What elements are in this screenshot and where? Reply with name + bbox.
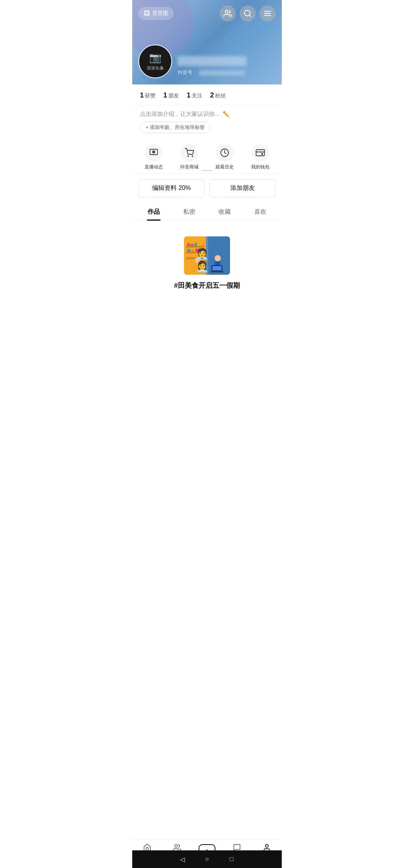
svg-rect-28: [195, 263, 200, 271]
content-area: #田美食开启五一假期: [132, 221, 282, 336]
edit-icon[interactable]: ✏️: [223, 111, 230, 118]
stat-likes-label: 获赞: [145, 92, 156, 99]
camera-icon: 📷: [149, 52, 161, 64]
stat-following-label: 关注: [192, 92, 202, 99]
svg-rect-26: [196, 249, 199, 252]
tab-works[interactable]: 作品: [136, 203, 172, 221]
top-right-icons: [220, 5, 276, 21]
stat-following-num: 1: [187, 91, 191, 99]
stat-followers-num: 2: [210, 91, 214, 99]
svg-rect-12: [256, 150, 264, 156]
svg-rect-18: [186, 246, 204, 248]
action-live[interactable]: 直播动态: [136, 144, 172, 170]
tab-private[interactable]: 私密: [172, 203, 207, 221]
action-shop[interactable]: 抖音商城: [172, 144, 207, 170]
background-btn[interactable]: 🖼 背景图: [138, 7, 174, 20]
bg-label: 背景图: [152, 10, 168, 17]
stat-friends-label: 朋友: [168, 92, 179, 99]
svg-point-31: [215, 255, 221, 261]
svg-point-10: [192, 156, 193, 157]
svg-rect-24: [187, 249, 191, 252]
svg-point-9: [188, 156, 189, 157]
live-label: 直播动态: [145, 164, 163, 170]
svg-rect-29: [194, 264, 196, 269]
stat-likes-num: 1: [140, 91, 144, 99]
live-icon-wrap: [145, 144, 163, 162]
scroll-indicator: [202, 170, 212, 171]
svg-rect-33: [215, 262, 217, 267]
bio-section: 点击添加介绍，让大家认识你... ✏️ + 添加年龄、所在地等标签: [132, 105, 282, 137]
content-tabs: 作品 私密 收藏 喜欢: [132, 203, 282, 221]
svg-point-14: [261, 153, 263, 155]
history-label: 观看历史: [215, 164, 234, 170]
svg-rect-36: [212, 266, 222, 271]
history-icon-wrap: [216, 144, 233, 162]
add-friend-button[interactable]: 添加朋友: [209, 179, 276, 197]
wallet-label: 我的钱包: [251, 164, 269, 170]
svg-rect-19: [186, 252, 204, 253]
douyin-id-blurred: [199, 70, 245, 76]
svg-line-2: [249, 15, 251, 17]
svg-rect-25: [192, 250, 194, 252]
svg-rect-23: [194, 243, 197, 246]
shop-label: 抖音商城: [180, 164, 199, 170]
quick-actions: 直播动态 抖音商城 观看历史 我的钱包: [132, 137, 282, 174]
action-history[interactable]: 观看历史: [207, 144, 243, 170]
bio-placeholder: 点击添加介绍，让大家认识你...: [140, 111, 220, 118]
user-info: 抖音号：: [177, 56, 276, 78]
stat-following[interactable]: 1 关注: [187, 91, 202, 99]
svg-point-0: [225, 10, 228, 13]
action-buttons: 编辑资料 20% 添加朋友: [132, 174, 282, 203]
stats-bar: 1 获赞 1 朋友 1 关注 2 粉丝: [132, 84, 282, 105]
douyin-id: 抖音号：: [177, 69, 276, 76]
banner: 🖼 背景图: [132, 0, 282, 84]
edit-profile-button[interactable]: 编辑资料 20%: [138, 179, 205, 197]
add-tags-button[interactable]: + 添加年龄、所在地等标签: [140, 122, 210, 133]
friends-icon-btn[interactable]: [220, 5, 236, 21]
stat-followers-label: 粉丝: [215, 92, 226, 99]
svg-point-27: [195, 257, 200, 263]
menu-icon-btn[interactable]: [260, 5, 276, 21]
svg-rect-30: [198, 264, 200, 269]
svg-rect-17: [206, 236, 208, 275]
add-avatar-label: 添加头像: [147, 65, 164, 71]
tab-likes[interactable]: 喜欢: [243, 203, 278, 221]
promo-image: [184, 236, 230, 275]
username-blurred: [177, 56, 246, 66]
wallet-icon-wrap: [251, 144, 269, 162]
avatar-wrap: 📷 添加头像: [138, 45, 172, 78]
stat-friends[interactable]: 1 朋友: [163, 91, 179, 99]
search-icon-btn[interactable]: [240, 5, 256, 21]
stat-followers[interactable]: 2 粉丝: [210, 91, 226, 99]
bio-text[interactable]: 点击添加介绍，让大家认识你... ✏️: [140, 111, 274, 118]
svg-rect-37: [210, 271, 224, 272]
svg-rect-22: [191, 244, 193, 246]
image-icon: 🖼: [144, 10, 150, 17]
stat-friends-num: 1: [163, 91, 167, 99]
douyin-id-prefix: 抖音号：: [177, 69, 197, 75]
svg-marker-8: [153, 152, 154, 153]
profile-area: 📷 添加头像 抖音号：: [132, 45, 282, 84]
svg-rect-21: [187, 243, 190, 246]
shop-icon-wrap: [181, 144, 198, 162]
tab-favorites[interactable]: 收藏: [207, 203, 243, 221]
avatar-button[interactable]: 📷 添加头像: [138, 45, 172, 78]
promo-title: #田美食开启五一假期: [174, 281, 240, 290]
stat-likes[interactable]: 1 获赞: [140, 91, 156, 99]
action-wallet[interactable]: 我的钱包: [243, 144, 278, 170]
top-nav: 🖼 背景图: [132, 5, 282, 21]
